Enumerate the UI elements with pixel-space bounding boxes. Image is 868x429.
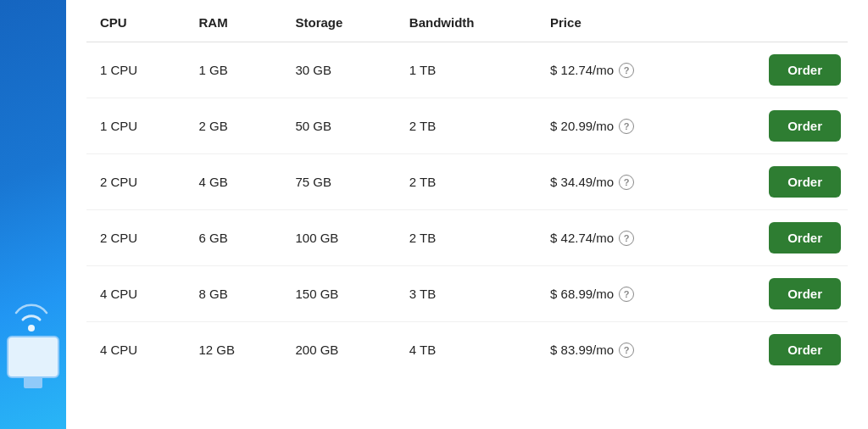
price-value: $ 34.49/mo (550, 175, 614, 189)
cell-bandwidth: 2 TB (396, 210, 537, 266)
cell-bandwidth: 4 TB (396, 322, 537, 378)
wifi-illustration (10, 298, 53, 344)
help-icon[interactable]: ? (619, 119, 634, 134)
order-button[interactable]: Order (769, 334, 841, 365)
cell-order: Order (706, 42, 848, 98)
cell-ram: 1 GB (186, 42, 282, 98)
order-button[interactable]: Order (769, 54, 841, 86)
cell-ram: 4 GB (186, 154, 282, 210)
cell-price: $ 83.99/mo ? (537, 322, 706, 378)
sidebar (0, 0, 66, 429)
main-content: CPU RAM Storage Bandwidth Price 1 CPU 1 … (66, 0, 868, 429)
price-value: $ 20.99/mo (550, 119, 614, 133)
cell-bandwidth: 2 TB (396, 154, 537, 210)
help-icon[interactable]: ? (619, 63, 634, 78)
col-header-ram: RAM (186, 0, 282, 42)
svg-point-0 (28, 325, 35, 332)
cell-cpu: 2 CPU (86, 154, 186, 210)
table-body: 1 CPU 1 GB 30 GB 1 TB $ 12.74/mo ? Order… (86, 42, 848, 378)
cell-storage: 75 GB (282, 154, 396, 210)
cell-ram: 8 GB (186, 266, 282, 322)
cell-cpu: 1 CPU (86, 98, 186, 154)
help-icon[interactable]: ? (619, 343, 634, 358)
help-icon[interactable]: ? (619, 175, 634, 190)
table-header: CPU RAM Storage Bandwidth Price (86, 0, 848, 42)
cell-order: Order (706, 98, 848, 154)
cell-bandwidth: 3 TB (396, 266, 537, 322)
price-value: $ 68.99/mo (550, 287, 614, 301)
cell-price: $ 20.99/mo ? (537, 98, 706, 154)
cell-ram: 2 GB (186, 98, 282, 154)
cell-ram: 6 GB (186, 210, 282, 266)
order-button[interactable]: Order (769, 166, 841, 198)
cell-ram: 12 GB (186, 322, 282, 378)
table-row: 1 CPU 2 GB 50 GB 2 TB $ 20.99/mo ? Order (86, 98, 848, 154)
cell-cpu: 4 CPU (86, 266, 186, 322)
cell-bandwidth: 1 TB (396, 42, 537, 98)
price-value: $ 83.99/mo (550, 343, 614, 357)
cell-price: $ 34.49/mo ? (537, 154, 706, 210)
cell-cpu: 1 CPU (86, 42, 186, 98)
help-icon[interactable]: ? (619, 231, 634, 246)
table-row: 1 CPU 1 GB 30 GB 1 TB $ 12.74/mo ? Order (86, 42, 848, 98)
cell-storage: 200 GB (282, 322, 396, 378)
cell-cpu: 4 CPU (86, 322, 186, 378)
cell-order: Order (706, 322, 848, 378)
cell-storage: 30 GB (282, 42, 396, 98)
cell-order: Order (706, 266, 848, 322)
order-button[interactable]: Order (769, 110, 841, 142)
table-row: 2 CPU 6 GB 100 GB 2 TB $ 42.74/mo ? Orde… (86, 210, 848, 266)
price-value: $ 12.74/mo (550, 63, 614, 77)
pricing-table: CPU RAM Storage Bandwidth Price 1 CPU 1 … (86, 0, 848, 377)
cell-bandwidth: 2 TB (396, 98, 537, 154)
cell-order: Order (706, 210, 848, 266)
cell-cpu: 2 CPU (86, 210, 186, 266)
col-header-cpu: CPU (86, 0, 186, 42)
order-button[interactable]: Order (769, 278, 841, 309)
price-value: $ 42.74/mo (550, 231, 614, 245)
col-header-bandwidth: Bandwidth (396, 0, 537, 42)
cell-price: $ 68.99/mo ? (537, 266, 706, 322)
table-row: 4 CPU 12 GB 200 GB 4 TB $ 83.99/mo ? Ord… (86, 322, 848, 378)
col-header-storage: Storage (282, 0, 396, 42)
cell-storage: 150 GB (282, 266, 396, 322)
monitor-base (24, 376, 42, 388)
col-header-price: Price (537, 0, 706, 42)
cell-order: Order (706, 154, 848, 210)
cell-storage: 100 GB (282, 210, 396, 266)
table-row: 2 CPU 4 GB 75 GB 2 TB $ 34.49/mo ? Order (86, 154, 848, 210)
cell-storage: 50 GB (282, 98, 396, 154)
cell-price: $ 42.74/mo ? (537, 210, 706, 266)
order-button[interactable]: Order (769, 222, 841, 254)
col-header-action (706, 0, 848, 42)
help-icon[interactable]: ? (619, 287, 634, 302)
table-row: 4 CPU 8 GB 150 GB 3 TB $ 68.99/mo ? Orde… (86, 266, 848, 322)
cell-price: $ 12.74/mo ? (537, 42, 706, 98)
